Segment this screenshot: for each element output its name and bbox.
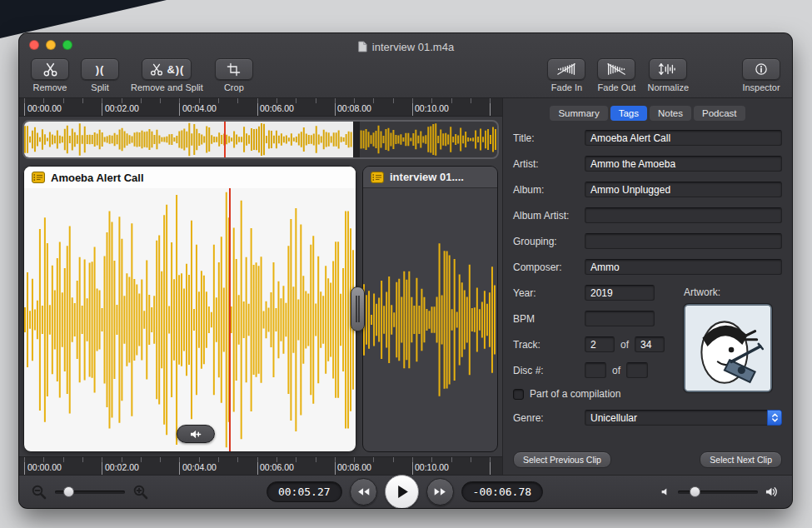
toolbar-edit-group: Remove )( Split &)( Remove and Split: [31, 58, 253, 92]
genre-dropdown[interactable]: Unicellular: [585, 410, 782, 426]
artwork-image[interactable]: [684, 304, 772, 392]
remaining-time-display: -00:06.78: [461, 481, 543, 502]
fast-forward-icon: [433, 487, 447, 496]
title-field[interactable]: Amoeba Alert Call: [585, 130, 782, 146]
lower-fields: Year: 2019 BPM Track: 2 of 34 Disc #:: [513, 285, 684, 410]
field-row-composer: Composer: Ammo: [513, 259, 782, 275]
zoom-button[interactable]: [62, 40, 72, 50]
minimize-button[interactable]: [46, 40, 56, 50]
normalize-button[interactable]: Normalize: [647, 58, 689, 92]
zoom-slider-knob[interactable]: [63, 486, 74, 497]
clip-header[interactable]: interview 01....: [363, 167, 497, 188]
inspector-button[interactable]: Inspector: [742, 58, 780, 92]
fade-in-icon: [556, 62, 577, 77]
speaker-loud-icon[interactable]: [765, 486, 779, 498]
split-label: Split: [91, 82, 108, 92]
zoom-slider[interactable]: [55, 491, 125, 494]
volume-controls: [632, 486, 779, 498]
compilation-checkbox[interactable]: [513, 389, 524, 400]
clip-amoeba-alert-call[interactable]: Amoeba Alert Call: [23, 166, 356, 452]
window-title-group: interview 01.m4a: [357, 37, 454, 53]
clip-waveform[interactable]: [24, 188, 356, 451]
inspector-panel: Summary Tags Notes Podcast Title: Amoeba…: [502, 98, 792, 475]
compilation-label: Part of a compilation: [530, 388, 620, 400]
speaker-plus-icon: [189, 429, 203, 440]
speaker-low-icon[interactable]: [660, 486, 671, 497]
volume-slider[interactable]: [678, 491, 758, 494]
disc-total-field[interactable]: [626, 362, 648, 378]
titlebar: interview 01.m4a: [19, 33, 792, 57]
waveform-overview[interactable]: [22, 120, 499, 159]
year-field[interactable]: 2019: [585, 285, 655, 301]
clip-interview[interactable]: interview 01....: [362, 166, 498, 452]
album-artist-label: Album Artist:: [513, 210, 585, 222]
bpm-field[interactable]: [585, 311, 655, 326]
remove-and-split-button[interactable]: &)( Remove and Split: [131, 58, 203, 92]
split-button[interactable]: )( Split: [81, 58, 119, 92]
field-row-year: Year: 2019: [513, 285, 677, 301]
tab-summary[interactable]: Summary: [550, 106, 607, 121]
grouping-label: Grouping:: [513, 236, 585, 247]
play-button[interactable]: [385, 475, 419, 508]
ruler-label: 00:10.00: [415, 103, 449, 113]
remove-and-split-label: Remove and Split: [131, 82, 203, 92]
overview-playhead[interactable]: [224, 122, 226, 157]
timeline-ruler-top[interactable]: 00:00.00 00:02.00 00:04.00 00:06.00 00:0…: [19, 98, 502, 117]
clip-split-handle[interactable]: [351, 286, 365, 331]
ruler-label: 00:04.00: [182, 462, 217, 472]
remove-button[interactable]: Remove: [31, 58, 69, 92]
artist-field[interactable]: Ammo the Amoeba: [585, 156, 782, 172]
fade-in-button[interactable]: Fade In: [547, 58, 585, 92]
track-number-field[interactable]: 2: [585, 336, 615, 352]
zoom-out-icon[interactable]: [31, 484, 47, 501]
playhead[interactable]: [229, 188, 231, 451]
album-artist-field[interactable]: [585, 207, 782, 223]
close-button[interactable]: [29, 40, 39, 50]
fade-out-button[interactable]: Fade Out: [597, 58, 635, 92]
toolbar-effects-group: Fade In Fade Out Normalize: [547, 58, 689, 92]
scissors-icon: [149, 63, 164, 76]
ampersand-split-icon: &)(: [167, 63, 184, 76]
traffic-lights: [29, 40, 72, 50]
editor-column: 00:00.00 00:02.00 00:04.00 00:06.00 00:0…: [19, 98, 502, 475]
track-total-field[interactable]: 34: [635, 336, 665, 352]
ruler-label: 00:00.00: [27, 103, 62, 113]
clip-waveform[interactable]: [363, 188, 497, 451]
select-previous-clip-button[interactable]: Select Previous Clip: [513, 451, 611, 468]
disc-number-field[interactable]: [585, 362, 606, 378]
album-field[interactable]: Ammo Unplugged: [585, 182, 782, 197]
genre-label: Genre:: [513, 412, 585, 424]
timeline-ruler-bottom[interactable]: 00:00.00 00:02.00 00:04.00 00:06.00 00:0…: [19, 456, 502, 475]
tab-tags[interactable]: Tags: [610, 106, 647, 121]
field-row-bpm: BPM: [513, 311, 677, 326]
audio-file-icon: [371, 172, 384, 183]
ruler-label: 00:06.00: [260, 462, 294, 472]
volume-slider-knob[interactable]: [690, 486, 700, 497]
clip-nav-buttons: Select Previous Clip Select Next Clip: [513, 451, 782, 470]
field-row-title: Title: Amoeba Alert Call: [513, 130, 782, 146]
year-label: Year:: [513, 287, 585, 299]
compilation-row: Part of a compilation: [513, 388, 677, 400]
disc-label: Disc #:: [513, 365, 585, 376]
crop-icon: [227, 62, 241, 77]
scissors-icon: [42, 62, 59, 77]
fast-forward-button[interactable]: [426, 478, 454, 506]
ruler-label: 00:08.00: [337, 462, 371, 472]
rewind-button[interactable]: [350, 478, 377, 506]
fade-in-label: Fade In: [551, 82, 582, 92]
composer-field[interactable]: Ammo: [585, 259, 782, 275]
tab-notes[interactable]: Notes: [650, 106, 691, 121]
window-header: interview 01.m4a Remove )( Split: [19, 33, 792, 98]
crop-button[interactable]: Crop: [215, 58, 253, 92]
clip-gain-control[interactable]: [177, 425, 215, 443]
clip-header[interactable]: Amoeba Alert Call: [24, 167, 356, 188]
split-icon: )(: [96, 63, 105, 76]
grouping-field[interactable]: [585, 233, 782, 249]
chevron-up-down-icon[interactable]: [767, 410, 782, 426]
document-icon: [357, 41, 367, 52]
tab-podcast[interactable]: Podcast: [694, 106, 745, 121]
clip-title: Amoeba Alert Call: [51, 172, 144, 184]
zoom-in-icon[interactable]: [132, 484, 149, 501]
select-next-clip-button[interactable]: Select Next Clip: [700, 451, 782, 468]
artist-label: Artist:: [513, 158, 585, 170]
